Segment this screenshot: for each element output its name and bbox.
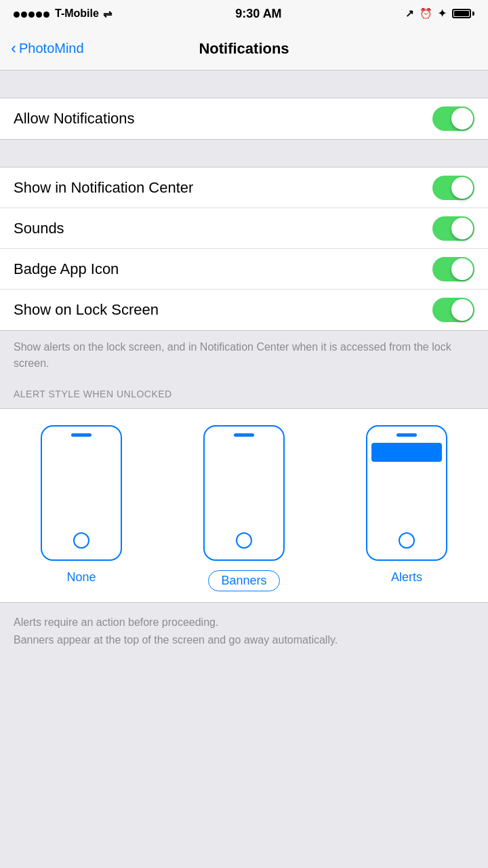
alert-banner-bar [371, 443, 442, 462]
status-bar: T-Mobile ⇌ 9:30 AM ↗ ⏰ ✦ [0, 0, 488, 27]
allow-notifications-label: Allow Notifications [14, 110, 135, 127]
alert-option-banners-label: Banners [221, 574, 266, 587]
section-gap-2 [0, 140, 488, 167]
battery-icon [452, 9, 474, 18]
notifications-options-group: Show in Notification Center Sounds Badge… [0, 167, 488, 331]
alert-option-none-label: None [66, 570, 96, 585]
show-notification-center-row[interactable]: Show in Notification Center [0, 167, 488, 208]
show-notification-center-toggle[interactable] [432, 176, 474, 200]
status-time: 9:30 AM [235, 7, 281, 21]
badge-app-icon-label: Badge App Icon [14, 260, 119, 278]
home-button-none [73, 532, 89, 549]
alert-option-alerts[interactable]: Alerts [366, 425, 447, 585]
back-label: PhotoMind [19, 41, 84, 56]
toggle-thumb-4 [451, 258, 473, 280]
alert-option-alerts-label: Alerts [391, 570, 422, 585]
section-gap-1 [0, 71, 488, 98]
sounds-toggle[interactable] [432, 216, 474, 241]
bottom-footer-text: Alerts require an action before proceedi… [14, 614, 474, 648]
allow-notifications-group: Allow Notifications [0, 98, 488, 140]
banners-selected-pill: Banners [208, 570, 279, 591]
page-title: Notifications [199, 40, 289, 58]
phone-banners-icon [203, 425, 285, 561]
allow-notifications-row[interactable]: Allow Notifications [0, 98, 488, 139]
alert-option-none[interactable]: None [41, 425, 122, 585]
back-chevron-icon: ‹ [11, 40, 16, 56]
lock-screen-footer: Show alerts on the lock screen, and in N… [0, 331, 488, 382]
show-lock-screen-row[interactable]: Show on Lock Screen [0, 290, 488, 330]
lock-screen-note: Show alerts on the lock screen, and in N… [14, 341, 451, 369]
sounds-label: Sounds [14, 220, 64, 237]
home-button-banners [236, 532, 252, 549]
alert-style-header-container: ALERT STYLE WHEN UNLOCKED [0, 382, 488, 408]
toggle-thumb-2 [451, 177, 473, 199]
signal-dots [14, 7, 51, 21]
bottom-footer: Alerts require an action before proceedi… [0, 603, 488, 659]
nav-bar: ‹ PhotoMind Notifications [0, 27, 488, 71]
bluetooth-icon: ✦ [438, 7, 447, 20]
phone-alerts-icon [366, 425, 447, 561]
banners-description: Banners appear at the top of the screen … [14, 634, 338, 646]
alarm-icon: ⏰ [420, 7, 432, 20]
toggle-thumb-3 [451, 218, 473, 239]
location-icon: ↗ [405, 7, 414, 20]
status-right: ↗ ⏰ ✦ [405, 7, 474, 20]
alerts-description: Alerts require an action before proceedi… [14, 616, 218, 628]
toggle-thumb [451, 108, 473, 130]
allow-notifications-toggle[interactable] [432, 106, 474, 131]
carrier-label: T-Mobile [55, 7, 99, 20]
badge-app-icon-row[interactable]: Badge App Icon [0, 249, 488, 290]
show-lock-screen-label: Show on Lock Screen [14, 301, 159, 319]
home-button-alerts [399, 532, 415, 549]
alert-style-picker: None Banners Alerts [0, 408, 488, 603]
status-left: T-Mobile ⇌ [14, 7, 112, 21]
back-button[interactable]: ‹ PhotoMind [11, 41, 84, 56]
alert-style-header-label: ALERT STYLE WHEN UNLOCKED [14, 389, 172, 399]
show-lock-screen-toggle[interactable] [432, 298, 474, 322]
sounds-row[interactable]: Sounds [0, 208, 488, 249]
alert-option-banners[interactable]: Banners [203, 425, 285, 591]
badge-app-icon-toggle[interactable] [432, 257, 474, 281]
wifi-icon: ⇌ [103, 7, 112, 20]
show-notification-center-label: Show in Notification Center [14, 179, 193, 197]
phone-none-icon [41, 425, 122, 561]
toggle-thumb-5 [451, 299, 473, 321]
